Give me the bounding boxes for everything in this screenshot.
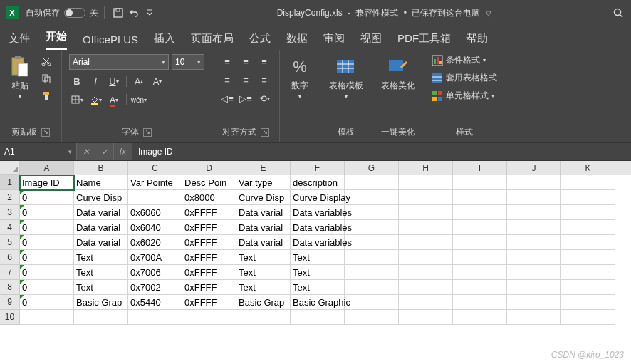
cut-icon[interactable]	[38, 54, 54, 68]
cell[interactable]: Basic Grap	[236, 295, 291, 310]
orientation-icon[interactable]: ⟲▾	[256, 91, 272, 105]
cell[interactable]: 0	[20, 190, 74, 205]
cell[interactable]	[561, 175, 615, 190]
tab-review[interactable]: 审阅	[323, 32, 345, 50]
cell[interactable]	[399, 205, 453, 220]
cell[interactable]: Var Pointe	[128, 175, 182, 190]
cell[interactable]	[399, 175, 453, 190]
cell[interactable]: 0xFFFF	[182, 280, 236, 295]
col-header-I[interactable]: I	[453, 161, 507, 175]
tab-layout[interactable]: 页面布局	[191, 32, 234, 50]
cell[interactable]: description	[291, 175, 345, 190]
cell[interactable]	[507, 280, 561, 295]
col-header-H[interactable]: H	[399, 161, 453, 175]
cell[interactable]	[561, 190, 615, 205]
bold-button[interactable]: B	[69, 74, 85, 88]
cell[interactable]	[453, 310, 507, 325]
cell[interactable]: Data variables	[291, 235, 345, 250]
cell[interactable]	[561, 250, 615, 265]
tab-help[interactable]: 帮助	[466, 32, 488, 50]
cell[interactable]: Desc Poin	[182, 175, 236, 190]
cell[interactable]: Text	[291, 265, 345, 280]
row-header[interactable]: 10	[0, 310, 20, 325]
cell[interactable]	[345, 235, 399, 250]
row-header[interactable]: 1	[0, 175, 20, 190]
col-header-A[interactable]: A	[20, 161, 74, 175]
cell[interactable]	[453, 205, 507, 220]
cell[interactable]: 0	[20, 265, 74, 280]
decrease-indent-icon[interactable]: ◁≡	[219, 91, 235, 105]
cell[interactable]: 0	[20, 205, 74, 220]
cell[interactable]	[399, 235, 453, 250]
cell[interactable]: Data varial	[74, 220, 128, 235]
copy-icon[interactable]	[38, 71, 54, 85]
cell[interactable]: 0	[20, 235, 74, 250]
row-header[interactable]: 5	[0, 235, 20, 250]
cell[interactable]	[561, 310, 615, 325]
cell[interactable]	[128, 310, 182, 325]
number-format-button[interactable]: % 数字▾	[287, 54, 313, 101]
cell[interactable]: Text	[236, 265, 291, 280]
tab-file[interactable]: 文件	[9, 32, 30, 50]
cell[interactable]: Text	[74, 280, 128, 295]
cell[interactable]	[453, 175, 507, 190]
cell[interactable]: Text	[236, 250, 291, 265]
undo-icon[interactable]	[126, 5, 142, 21]
align-middle-icon[interactable]: ≡	[238, 54, 254, 68]
cell[interactable]	[399, 280, 453, 295]
tab-formula[interactable]: 公式	[249, 32, 271, 50]
align-left-icon[interactable]: ≡	[219, 73, 235, 87]
cell[interactable]	[345, 175, 399, 190]
cell[interactable]: 0xFFFF	[182, 220, 236, 235]
formula-input[interactable]: Image ID	[132, 143, 631, 160]
tab-home[interactable]: 开始	[46, 30, 67, 50]
font-name-combo[interactable]: Arial▾	[69, 54, 169, 70]
shrink-font-button[interactable]: A▾	[150, 74, 165, 88]
borders-button[interactable]: ▾	[69, 93, 85, 107]
align-launcher-icon[interactable]: ↘	[261, 128, 269, 137]
cell[interactable]: 0x8000	[182, 190, 236, 205]
tab-view[interactable]: 视图	[360, 32, 382, 50]
cell[interactable]: Data varial	[236, 205, 291, 220]
cell[interactable]	[507, 295, 561, 310]
row-header[interactable]: 4	[0, 220, 20, 235]
cell[interactable]	[453, 235, 507, 250]
grow-font-button[interactable]: A▴	[131, 74, 147, 88]
cell[interactable]: Text	[74, 265, 128, 280]
cell[interactable]	[345, 310, 399, 325]
row-header[interactable]: 6	[0, 250, 20, 265]
cell[interactable]: 0x700A	[128, 250, 182, 265]
cell[interactable]	[561, 265, 615, 280]
cell[interactable]	[399, 295, 453, 310]
tab-insert[interactable]: 插入	[154, 32, 175, 50]
cell[interactable]	[561, 220, 615, 235]
row-header[interactable]: 9	[0, 295, 20, 310]
cell[interactable]	[453, 295, 507, 310]
row-header[interactable]: 7	[0, 265, 20, 280]
cell[interactable]: 0	[20, 280, 74, 295]
col-header-K[interactable]: K	[561, 161, 615, 175]
phonetic-button[interactable]: wén▾	[131, 93, 147, 107]
col-header-F[interactable]: F	[291, 161, 345, 175]
fill-color-button[interactable]: ▾	[88, 93, 103, 107]
cell[interactable]: 0x7006	[128, 265, 182, 280]
font-launcher-icon[interactable]: ↘	[143, 128, 152, 137]
fx-icon[interactable]: fx	[114, 143, 132, 160]
cell[interactable]	[507, 190, 561, 205]
tab-data[interactable]: 数据	[286, 32, 308, 50]
col-header-E[interactable]: E	[236, 161, 291, 175]
chevron-down-icon[interactable]: ▽	[486, 9, 491, 17]
cell[interactable]: Data varial	[74, 235, 128, 250]
tab-pdf[interactable]: PDF工具箱	[397, 32, 451, 50]
cell[interactable]	[453, 280, 507, 295]
align-bottom-icon[interactable]: ≡	[256, 54, 272, 68]
cancel-formula-icon[interactable]: ✕	[77, 143, 95, 160]
cell[interactable]	[507, 175, 561, 190]
align-center-icon[interactable]: ≡	[238, 73, 254, 87]
cell[interactable]: Curve Disp	[74, 190, 128, 205]
table-beautify-button[interactable]: 表格美化	[380, 54, 417, 93]
cell[interactable]: Data variables	[291, 205, 345, 220]
cell[interactable]	[345, 280, 399, 295]
cell[interactable]: Data variables	[291, 220, 345, 235]
paste-button[interactable]: 粘贴 ▾	[7, 54, 33, 101]
